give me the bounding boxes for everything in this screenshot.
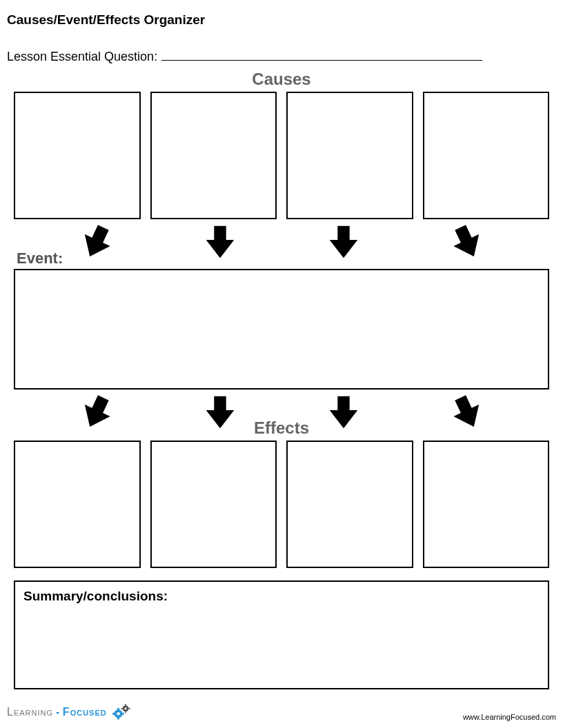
svg-marker-3 bbox=[447, 222, 486, 262]
essential-question-row: Lesson Essential Question: bbox=[7, 48, 556, 64]
causes-heading: Causes bbox=[7, 70, 556, 89]
effect-box[interactable] bbox=[286, 441, 413, 568]
summary-label: Summary/conclusions: bbox=[23, 589, 540, 604]
logo-dash: - bbox=[56, 706, 60, 718]
cause-box[interactable] bbox=[150, 92, 277, 219]
logo-text-1: Learning bbox=[7, 706, 53, 718]
svg-marker-2 bbox=[329, 226, 357, 258]
page-title: Causes/Event/Effects Organizer bbox=[7, 12, 556, 28]
essential-question-label: Lesson Essential Question: bbox=[7, 50, 157, 64]
event-box[interactable] bbox=[14, 269, 549, 390]
svg-marker-4 bbox=[77, 392, 115, 432]
footer: Learning - Focused www.LearningFocused.c… bbox=[7, 703, 556, 721]
logo: Learning - Focused bbox=[7, 703, 132, 721]
summary-box[interactable]: Summary/conclusions: bbox=[14, 580, 549, 689]
arrow-down-left-icon bbox=[445, 392, 489, 432]
arrow-down-icon bbox=[198, 222, 242, 262]
arrow-down-icon bbox=[322, 222, 366, 262]
causes-row bbox=[7, 92, 556, 219]
cause-box[interactable] bbox=[286, 92, 413, 219]
effect-box[interactable] bbox=[150, 441, 277, 568]
causes-arrows-row bbox=[7, 219, 556, 265]
effect-box[interactable] bbox=[14, 441, 141, 568]
arrow-down-right-icon bbox=[75, 222, 119, 262]
essential-question-input-line[interactable] bbox=[161, 48, 482, 61]
svg-rect-11 bbox=[117, 717, 119, 720]
svg-marker-6 bbox=[329, 396, 357, 428]
cause-box[interactable] bbox=[14, 92, 141, 219]
svg-marker-1 bbox=[206, 226, 234, 258]
svg-rect-18 bbox=[121, 708, 123, 709]
arrow-down-left-icon bbox=[445, 222, 489, 262]
svg-point-15 bbox=[124, 707, 126, 709]
svg-marker-5 bbox=[206, 396, 234, 428]
svg-rect-17 bbox=[125, 711, 126, 714]
cause-box[interactable] bbox=[423, 92, 550, 219]
svg-rect-19 bbox=[128, 708, 130, 709]
arrow-down-icon bbox=[198, 392, 242, 432]
effect-box[interactable] bbox=[423, 441, 550, 568]
svg-rect-13 bbox=[121, 713, 124, 715]
logo-text-2: Focused bbox=[63, 706, 107, 718]
effects-row bbox=[7, 441, 556, 568]
gear-icon bbox=[111, 703, 132, 721]
footer-url: www.LearningFocused.com bbox=[463, 713, 556, 721]
svg-marker-7 bbox=[447, 392, 486, 432]
svg-marker-0 bbox=[77, 222, 115, 262]
svg-rect-12 bbox=[112, 713, 115, 715]
arrow-down-icon bbox=[322, 392, 366, 432]
svg-rect-16 bbox=[125, 704, 126, 706]
svg-point-9 bbox=[117, 712, 120, 716]
svg-rect-10 bbox=[117, 708, 119, 711]
arrow-down-right-icon bbox=[75, 392, 119, 432]
